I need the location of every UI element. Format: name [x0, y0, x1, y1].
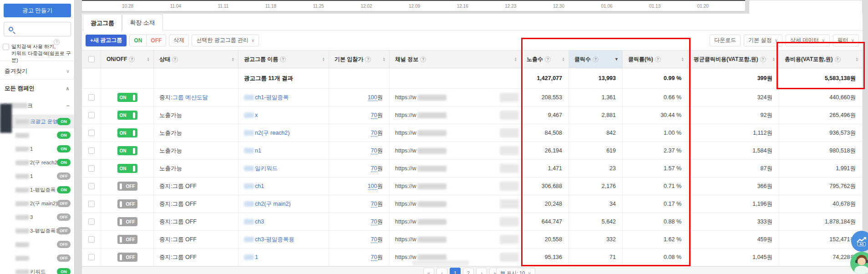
bid-value[interactable]: 70 [371, 165, 377, 172]
adgroup-name-link[interactable]: x [255, 112, 258, 118]
column-header[interactable]: 채널 정보▲▼ [390, 51, 521, 68]
sidebar-campaign-item[interactable]: 3-평일증폭용OFF [0, 224, 74, 238]
select-all-checkbox[interactable] [88, 56, 95, 62]
status-link[interactable]: 그룹 예산도달 [172, 94, 208, 101]
detail-data-dropdown[interactable]: 상세 데이터 ∨ [786, 35, 830, 46]
onoff-toggle[interactable]: ON [117, 128, 137, 137]
onoff-toggle[interactable]: ON [117, 146, 137, 155]
page-next-button[interactable]: › [476, 268, 487, 274]
row-checkbox[interactable] [88, 130, 95, 136]
column-header[interactable]: 클릭률(%)▲▼ [623, 51, 688, 68]
collapse-icon[interactable]: − [66, 102, 70, 109]
column-header[interactable]: 평균클릭비용(VAT포함,원)▲▼ [688, 51, 779, 68]
sidebar-campaign-item[interactable]: OFF [0, 238, 74, 251]
sort-icon[interactable]: ▲▼ [514, 57, 517, 61]
adgroup-name-link[interactable]: ch2(구 main2) [255, 200, 291, 208]
sort-desc-icon[interactable]: ▼ [614, 57, 619, 61]
sidebar-search-input[interactable] [4, 22, 71, 36]
onoff-toggle[interactable]: ON [117, 164, 137, 173]
row-checkbox[interactable] [88, 147, 95, 154]
rows-per-page-select[interactable]: 행 표시: 10 ∨ [496, 268, 535, 274]
onoff-toggle[interactable]: OFF [117, 253, 137, 262]
sidebar-campaign-item[interactable]: 2(구 reach2)ON [0, 156, 74, 169]
bid-value[interactable]: 70 [371, 112, 377, 119]
sort-icon[interactable]: ▲▼ [681, 57, 684, 61]
row-checkbox[interactable] [88, 254, 95, 260]
onoff-toggle[interactable]: OFF [117, 217, 137, 226]
sidebar-campaign-item[interactable]: 키워드ON [0, 265, 74, 274]
column-header[interactable]: ON/OFF▲▼ [101, 51, 154, 68]
bid-value[interactable]: 100 [368, 94, 377, 101]
sidebar-all-campaigns[interactable]: 모든 캠페인 ∧ [0, 81, 74, 96]
column-header[interactable]: 노출수▲▼ [521, 51, 569, 68]
support-avatar-floating-button[interactable] [850, 252, 868, 274]
onoff-toggle[interactable]: OFF [117, 182, 137, 191]
onoff-toggle[interactable]: OFF [117, 235, 137, 244]
bid-value[interactable]: 70 [371, 254, 377, 261]
sort-icon[interactable]: ▲▼ [772, 57, 775, 61]
sort-icon[interactable]: ▲▼ [383, 57, 386, 61]
bid-value[interactable]: 70 [371, 130, 377, 137]
delete-button[interactable]: 삭제 [169, 35, 189, 46]
bid-value[interactable]: 70 [371, 147, 377, 154]
row-checkbox[interactable] [88, 218, 95, 225]
page-prev-button[interactable]: ‹ [437, 268, 447, 274]
sidebar-campaign-item[interactable]: 1OFF [0, 169, 74, 183]
row-checkbox[interactable] [88, 201, 95, 207]
adgroup-name-link[interactable]: ch3-평일증폭용 [255, 236, 294, 244]
sort-icon[interactable]: ▲▼ [322, 57, 325, 61]
sort-icon[interactable]: ▲▼ [232, 57, 234, 61]
tab-adgroup[interactable]: 광고그룹 [83, 14, 122, 31]
match-search-checkbox[interactable] [3, 44, 9, 50]
adgroup-name-link[interactable]: 1 [255, 254, 258, 260]
page-first-button[interactable]: « [423, 268, 434, 274]
onoff-toggle[interactable]: OFF [117, 199, 137, 208]
bid-value[interactable]: 70 [371, 218, 377, 225]
column-header[interactable]: 클릭수▼ [569, 51, 623, 68]
adgroup-name-link[interactable]: ch1-평일증폭 [255, 94, 289, 101]
row-checkbox[interactable] [88, 183, 95, 189]
row-checkbox[interactable] [88, 236, 95, 243]
bulk-on-button[interactable]: ON [129, 35, 147, 46]
row-checkbox[interactable] [88, 112, 95, 118]
page-number-button[interactable]: 1 [450, 268, 461, 274]
sort-icon[interactable]: ▲▼ [147, 57, 150, 61]
sidebar-campaign-item[interactable]: 1ON [0, 142, 74, 156]
create-ad-button[interactable]: 광고 만들기 [4, 4, 71, 17]
adgroup-name-link[interactable]: ch3 [255, 218, 264, 225]
new-adgroup-button[interactable]: 새 광고그룹 [86, 35, 127, 46]
campaign-name-suffix: 3 [30, 214, 33, 220]
adgroup-name-link[interactable]: n2(구 reach2) [255, 129, 289, 137]
adgroup-name-link[interactable]: ch1 [255, 183, 264, 189]
adgroup-name-link[interactable]: 일키워드 [255, 165, 278, 173]
onoff-toggle[interactable]: ON [117, 111, 137, 120]
sidebar-campaign-item[interactable]: OFF [0, 251, 74, 265]
sidebar-favorites[interactable]: 즐겨찾기 ∨ [0, 64, 74, 78]
column-header[interactable]: 기본 입찰가▲▼ [329, 51, 390, 68]
sidebar-campaign-item[interactable]: 3OFF [0, 210, 74, 224]
bulk-off-button[interactable]: OFF [146, 35, 166, 46]
filter-dropdown[interactable]: 필터 ∨ [833, 35, 859, 46]
tab-extension[interactable]: 확장 소재 [122, 14, 163, 30]
sort-icon[interactable]: ▲▼ [856, 57, 858, 61]
onoff-toggle[interactable]: ON [117, 93, 137, 102]
manage-selected-dropdown[interactable]: 선택한 광고그룹 관리 ∨ [192, 35, 259, 46]
column-header[interactable]: 상태▲▼ [154, 51, 239, 68]
bid-value[interactable]: 70 [371, 236, 377, 243]
blurred-footer-text [412, 260, 469, 265]
sort-icon[interactable]: ▲▼ [562, 57, 565, 61]
basic-settings-dropdown[interactable]: 기본 설정 ∨ [744, 35, 782, 46]
adgroup-name-link[interactable]: n1 [255, 147, 261, 154]
row-checkbox[interactable] [88, 94, 95, 101]
column-header[interactable]: 광고그룹 이름▲▼ [239, 51, 329, 68]
row-channel-cell: https://w [390, 89, 521, 106]
bid-value[interactable]: 70 [371, 201, 377, 208]
bid-value[interactable]: 100 [368, 183, 377, 190]
column-header[interactable]: 총비용(VAT포함,원)▲▼ [779, 51, 863, 68]
download-button[interactable]: 다운로드 [710, 35, 741, 46]
value-cost: 40,678원 [832, 200, 856, 208]
sidebar-campaign-item[interactable]: 1-평일증폭ON [0, 183, 74, 197]
page-number-button[interactable]: 2 [463, 268, 474, 274]
sidebar-campaign-item[interactable]: 2(구 main2)OFF [0, 197, 74, 210]
row-checkbox[interactable] [88, 165, 95, 172]
